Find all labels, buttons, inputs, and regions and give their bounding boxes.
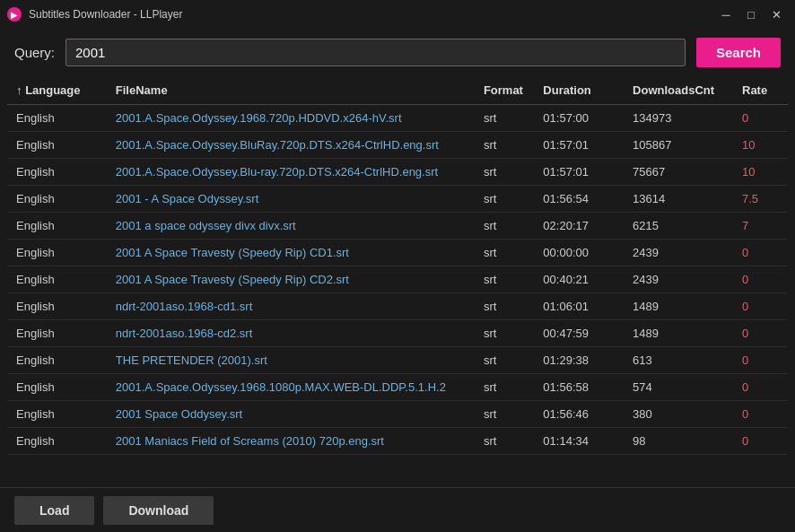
- cell-downloads: 134973: [624, 105, 733, 132]
- table-row[interactable]: English 2001.A.Space.Odyssey.1968.1080p.…: [7, 374, 788, 401]
- table-header: Language FileName Format Duration Downlo…: [7, 76, 788, 105]
- cell-language: English: [7, 320, 107, 347]
- cell-format: srt: [475, 159, 534, 186]
- maximize-button[interactable]: □: [739, 5, 763, 23]
- col-header-language[interactable]: Language: [7, 76, 107, 105]
- cell-duration: 00:00:00: [534, 240, 624, 266]
- cell-duration: 01:57:00: [534, 105, 624, 132]
- cell-format: srt: [475, 374, 534, 401]
- cell-downloads: 613: [624, 347, 733, 374]
- cell-format: srt: [475, 240, 534, 266]
- cell-duration: 01:06:01: [534, 293, 624, 320]
- table-row[interactable]: English 2001 A Space Travesty (Speedy Ri…: [7, 240, 788, 266]
- cell-filename: 2001.A.Space.Odyssey.1968.1080p.MAX.WEB-…: [107, 374, 475, 401]
- col-header-rate[interactable]: Rate: [733, 76, 788, 105]
- table-scroll-area[interactable]: Language FileName Format Duration Downlo…: [7, 76, 788, 487]
- cell-language: English: [7, 401, 107, 428]
- cell-format: srt: [475, 213, 534, 240]
- cell-format: srt: [475, 186, 534, 213]
- cell-downloads: 98: [624, 428, 733, 455]
- cell-downloads: 1489: [624, 320, 733, 347]
- cell-language: English: [7, 132, 107, 159]
- cell-downloads: 6215: [624, 213, 733, 240]
- cell-language: English: [7, 159, 107, 186]
- close-button[interactable]: ✕: [764, 5, 788, 23]
- table-row[interactable]: English 2001 Space Oddysey.srt srt 01:56…: [7, 401, 788, 428]
- results-table-container: Language FileName Format Duration Downlo…: [7, 76, 788, 487]
- cell-duration: 01:56:54: [534, 186, 624, 213]
- cell-duration: 00:40:21: [534, 266, 624, 293]
- cell-format: srt: [475, 293, 534, 320]
- app-icon: ▶: [7, 7, 22, 22]
- window-controls: ─ □ ✕: [714, 5, 788, 23]
- cell-format: srt: [475, 105, 534, 132]
- cell-duration: 01:14:34: [534, 428, 624, 455]
- cell-format: srt: [475, 132, 534, 159]
- cell-language: English: [7, 105, 107, 132]
- table-row[interactable]: English 2001.A.Space.Odyssey.1968.720p.H…: [7, 105, 788, 132]
- cell-downloads: 75667: [624, 159, 733, 186]
- cell-downloads: 574: [624, 374, 733, 401]
- cell-duration: 01:56:58: [534, 374, 624, 401]
- cell-filename: 2001 A Space Travesty (Speedy Rip) CD1.s…: [107, 240, 475, 266]
- table-row[interactable]: English ndrt-2001aso.1968-cd1.srt srt 01…: [7, 293, 788, 320]
- col-header-downloads[interactable]: DownloadsCnt: [624, 76, 733, 105]
- cell-downloads: 380: [624, 401, 733, 428]
- title-bar: ▶ Subtitles Downloader - LLPlayer ─ □ ✕: [0, 0, 795, 29]
- load-button[interactable]: Load: [14, 496, 94, 525]
- col-header-duration[interactable]: Duration: [534, 76, 624, 105]
- footer: Load Download: [0, 487, 795, 532]
- cell-duration: 01:57:01: [534, 159, 624, 186]
- cell-rate: 7.5: [733, 186, 788, 213]
- cell-filename: ndrt-2001aso.1968-cd2.srt: [107, 320, 475, 347]
- minimize-button[interactable]: ─: [714, 5, 738, 23]
- results-table: Language FileName Format Duration Downlo…: [7, 76, 788, 455]
- cell-rate: 0: [733, 374, 788, 401]
- search-input[interactable]: [66, 39, 686, 66]
- cell-language: English: [7, 240, 107, 266]
- cell-duration: 00:47:59: [534, 320, 624, 347]
- cell-format: srt: [475, 320, 534, 347]
- cell-language: English: [7, 186, 107, 213]
- cell-format: srt: [475, 266, 534, 293]
- cell-filename: 2001.A.Space.Odyssey.1968.720p.HDDVD.x26…: [107, 105, 475, 132]
- cell-duration: 02:20:17: [534, 213, 624, 240]
- cell-language: English: [7, 347, 107, 374]
- cell-format: srt: [475, 428, 534, 455]
- table-row[interactable]: English 2001 A Space Travesty (Speedy Ri…: [7, 266, 788, 293]
- col-header-filename[interactable]: FileName: [107, 76, 475, 105]
- table-row[interactable]: English 2001 Maniacs Field of Screams (2…: [7, 428, 788, 455]
- cell-downloads: 2439: [624, 266, 733, 293]
- table-row[interactable]: English THE PRETENDER (2001).srt srt 01:…: [7, 347, 788, 374]
- cell-rate: 0: [733, 293, 788, 320]
- col-header-format[interactable]: Format: [475, 76, 534, 105]
- cell-format: srt: [475, 347, 534, 374]
- cell-duration: 01:56:46: [534, 401, 624, 428]
- table-row[interactable]: English 2001.A.Space.Odyssey.BluRay.720p…: [7, 132, 788, 159]
- cell-duration: 01:29:38: [534, 347, 624, 374]
- cell-language: English: [7, 213, 107, 240]
- cell-downloads: 2439: [624, 240, 733, 266]
- cell-rate: 0: [733, 401, 788, 428]
- cell-filename: 2001 A Space Travesty (Speedy Rip) CD2.s…: [107, 266, 475, 293]
- cell-downloads: 105867: [624, 132, 733, 159]
- cell-filename: 2001 Maniacs Field of Screams (2010) 720…: [107, 428, 475, 455]
- cell-format: srt: [475, 401, 534, 428]
- cell-filename: 2001.A.Space.Odyssey.Blu-ray.720p.DTS.x2…: [107, 159, 475, 186]
- query-label: Query:: [14, 45, 55, 60]
- cell-downloads: 1489: [624, 293, 733, 320]
- cell-rate: 7: [733, 213, 788, 240]
- table-body: English 2001.A.Space.Odyssey.1968.720p.H…: [7, 105, 788, 455]
- table-row[interactable]: English 2001 - A Space Odyssey.srt srt 0…: [7, 186, 788, 213]
- cell-rate: 0: [733, 266, 788, 293]
- cell-rate: 0: [733, 105, 788, 132]
- table-row[interactable]: English ndrt-2001aso.1968-cd2.srt srt 00…: [7, 320, 788, 347]
- table-row[interactable]: English 2001 a space odyssey divx divx.s…: [7, 213, 788, 240]
- cell-duration: 01:57:01: [534, 132, 624, 159]
- query-bar: Query: Search: [0, 29, 795, 76]
- search-button[interactable]: Search: [696, 38, 781, 67]
- download-button[interactable]: Download: [103, 496, 214, 525]
- cell-rate: 0: [733, 320, 788, 347]
- cell-rate: 10: [733, 132, 788, 159]
- table-row[interactable]: English 2001.A.Space.Odyssey.Blu-ray.720…: [7, 159, 788, 186]
